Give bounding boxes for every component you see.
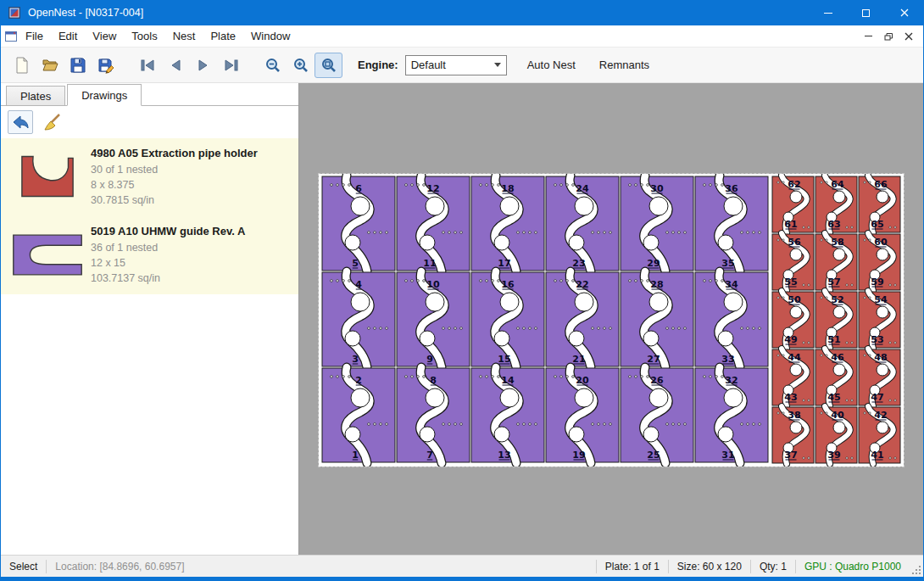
svg-text:18: 18 xyxy=(501,183,514,194)
window-bottom-border xyxy=(1,577,923,581)
open-button[interactable] xyxy=(36,53,64,78)
svg-text:31: 31 xyxy=(721,450,734,461)
nested-part-pair[interactable]: 4241 xyxy=(859,406,900,464)
new-button[interactable] xyxy=(8,53,36,78)
svg-text:63: 63 xyxy=(827,219,840,230)
auto-nest-button[interactable]: Auto Nest xyxy=(524,53,579,76)
first-plate-button[interactable] xyxy=(133,53,161,78)
zoom-out-button[interactable] xyxy=(259,53,287,78)
nested-part-pair[interactable]: 5453 xyxy=(859,291,900,349)
resize-grip[interactable] xyxy=(911,565,921,575)
svg-text:57: 57 xyxy=(827,277,840,288)
svg-text:25: 25 xyxy=(647,450,660,461)
nested-part-pair[interactable]: 2625 xyxy=(621,367,693,463)
menu-item-nest[interactable]: Nest xyxy=(165,26,203,46)
save-button[interactable] xyxy=(64,53,92,78)
nested-part-pair[interactable]: 6463 xyxy=(815,176,857,233)
engine-select[interactable]: Default xyxy=(405,55,507,75)
new-file-icon xyxy=(14,57,31,74)
previous-arrow-icon xyxy=(168,59,183,72)
nested-part-pair[interactable]: 3029 xyxy=(621,176,693,271)
nested-part-pair[interactable]: 1211 xyxy=(397,176,470,271)
save-as-button[interactable] xyxy=(92,53,120,78)
mdi-close-button[interactable] xyxy=(899,28,918,45)
remnants-button[interactable]: Remnants xyxy=(596,53,653,76)
nested-part-pair[interactable]: 21 xyxy=(322,367,395,463)
nested-part-pair[interactable]: 1615 xyxy=(471,271,544,367)
drawing-detail: 30.7815 sq/in xyxy=(91,193,295,208)
svg-text:59: 59 xyxy=(871,277,883,288)
svg-text:40: 40 xyxy=(831,410,844,421)
nested-part-pair[interactable]: 109 xyxy=(397,271,470,367)
engine-label: Engine: xyxy=(358,59,398,71)
drawing-list: 4980 A05 Extraction pipe holder30 of 1 n… xyxy=(1,138,298,555)
last-plate-button[interactable] xyxy=(217,53,245,78)
svg-text:43: 43 xyxy=(784,392,797,403)
svg-text:19: 19 xyxy=(572,450,585,461)
nested-part-pair[interactable]: 43 xyxy=(322,271,395,367)
drawing-item[interactable]: 4980 A05 Extraction pipe holder30 of 1 n… xyxy=(1,138,298,216)
nested-part-pair[interactable]: 3231 xyxy=(695,367,768,463)
menu-item-plate[interactable]: Plate xyxy=(203,26,243,46)
nested-part-pair[interactable]: 6059 xyxy=(859,233,900,291)
svg-text:10: 10 xyxy=(426,279,440,290)
svg-text:30: 30 xyxy=(650,183,664,194)
nested-part-pair[interactable]: 4645 xyxy=(815,349,857,406)
next-plate-button[interactable] xyxy=(189,53,217,78)
nested-part-pair[interactable]: 5857 xyxy=(815,233,857,291)
menu-item-file[interactable]: File xyxy=(18,26,51,46)
nested-part-pair[interactable]: 1413 xyxy=(471,367,544,463)
nested-part-pair[interactable]: 4443 xyxy=(772,349,814,406)
minimize-button[interactable] xyxy=(809,0,847,25)
menu-item-view[interactable]: View xyxy=(85,26,124,46)
svg-text:4: 4 xyxy=(355,279,362,290)
svg-text:66: 66 xyxy=(874,179,888,190)
svg-text:65: 65 xyxy=(871,219,883,230)
drawing-item[interactable]: 5019 A10 UHMW guide Rev. A36 of 1 nested… xyxy=(1,216,298,294)
next-arrow-icon xyxy=(196,59,211,72)
nested-part-pair[interactable]: 5049 xyxy=(772,291,814,349)
drawing-detail: 103.7137 sq/in xyxy=(91,271,295,286)
nested-part-pair[interactable]: 2423 xyxy=(546,176,619,271)
nested-part-pair[interactable]: 87 xyxy=(397,367,470,463)
zoom-fit-button[interactable] xyxy=(314,53,342,78)
mdi-minimize-button[interactable] xyxy=(859,28,877,45)
nested-part-pair[interactable]: 5655 xyxy=(772,233,814,291)
maximize-button[interactable] xyxy=(847,0,885,25)
menu-item-edit[interactable]: Edit xyxy=(51,26,85,46)
mdi-restore-button[interactable] xyxy=(879,28,898,45)
menu-item-tools[interactable]: Tools xyxy=(124,26,164,46)
zoom-in-button[interactable] xyxy=(287,53,314,78)
nest-canvas[interactable]: 6512111817242330293635431091615222128273… xyxy=(299,83,923,555)
nest-svg[interactable]: 6512111817242330293635431091615222128273… xyxy=(319,174,904,466)
svg-text:14: 14 xyxy=(501,375,515,386)
nested-part-pair[interactable]: 2019 xyxy=(546,367,619,463)
close-button[interactable] xyxy=(885,0,923,25)
svg-text:17: 17 xyxy=(498,258,510,269)
nested-part-pair[interactable]: 1817 xyxy=(471,176,544,271)
nested-part-pair[interactable]: 3635 xyxy=(695,176,768,271)
nested-part-pair[interactable]: 65 xyxy=(322,176,395,271)
status-gpu: GPU : Quadro P1000 xyxy=(796,561,910,573)
clear-parts-button[interactable] xyxy=(40,110,65,134)
menu-item-window[interactable]: Window xyxy=(243,26,298,46)
nested-part-pair[interactable]: 3433 xyxy=(695,271,768,367)
tab-plates[interactable]: Plates xyxy=(6,86,65,105)
svg-text:44: 44 xyxy=(788,352,801,363)
svg-text:26: 26 xyxy=(650,375,664,386)
return-part-button[interactable] xyxy=(8,110,33,134)
nested-part-pair[interactable]: 2827 xyxy=(621,271,693,367)
status-location: Location: [84.8696, 60.6957] xyxy=(47,561,192,573)
nested-part-pair[interactable]: 6261 xyxy=(772,176,814,233)
tab-drawings[interactable]: Drawings xyxy=(67,84,142,106)
status-size: Size: 60 x 120 xyxy=(669,561,750,573)
nested-part-pair[interactable]: 6665 xyxy=(859,176,900,233)
svg-text:23: 23 xyxy=(572,258,585,269)
nested-part-pair[interactable]: 3837 xyxy=(772,406,814,464)
nested-part-pair[interactable]: 2221 xyxy=(546,271,619,367)
drawing-title: 4980 A05 Extraction pipe holder xyxy=(91,147,295,159)
previous-plate-button[interactable] xyxy=(161,53,189,78)
nested-part-pair[interactable]: 5251 xyxy=(815,291,857,349)
nested-part-pair[interactable]: 4039 xyxy=(815,406,857,464)
nested-part-pair[interactable]: 4847 xyxy=(859,349,900,406)
